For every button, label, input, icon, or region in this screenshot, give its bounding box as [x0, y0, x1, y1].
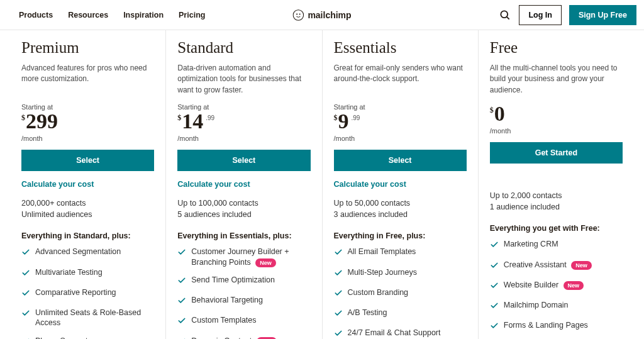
feature-item: Dynamic Content New [177, 336, 310, 339]
check-icon [334, 267, 343, 280]
check-icon [21, 287, 30, 300]
brand-name: mailchimp [308, 10, 351, 20]
plan-cta-button[interactable]: Get Started [490, 142, 623, 164]
primary-nav: Products Resources Inspiration Pricing [19, 11, 205, 19]
price: $0 [490, 103, 623, 125]
plan-title: Free [490, 39, 623, 57]
check-icon [334, 287, 343, 300]
plan-title: Premium [21, 39, 154, 57]
check-icon [334, 247, 343, 259]
check-icon [490, 260, 499, 272]
features-heading: Everything you get with Free: [490, 224, 623, 233]
check-icon [177, 336, 186, 339]
plan-description: Advanced features for pros who need more… [21, 63, 154, 96]
plan-standard: StandardData-driven automation and optim… [166, 30, 322, 339]
plan-free: FreeAll the multi-channel tools you need… [479, 30, 634, 339]
new-badge: New [255, 258, 276, 267]
check-icon [490, 320, 499, 333]
check-icon [177, 275, 186, 287]
plan-title: Standard [177, 39, 310, 57]
feature-item: 24/7 Email & Chat Support [334, 328, 467, 339]
calculate-cost-link[interactable]: Calculate your cost [21, 180, 154, 189]
plan-description: Data-driven automation and optimization … [177, 63, 310, 96]
check-icon [21, 308, 30, 320]
feature-list: Advanced SegmentationMultivariate Testin… [21, 247, 154, 339]
login-button[interactable]: Log In [519, 5, 562, 25]
plan-limits: Up to 2,000 contacts1 audience included [490, 190, 623, 213]
price-amount: 9 [338, 111, 349, 132]
nav-resources[interactable]: Resources [68, 11, 108, 19]
feature-item: Multi-Step Journeys [334, 267, 467, 280]
svg-point-1 [296, 13, 297, 14]
calculate-cost-link[interactable]: Calculate your cost [177, 180, 310, 189]
price-amount: 0 [494, 103, 505, 125]
check-icon [177, 247, 186, 259]
signup-button[interactable]: Sign Up Free [569, 5, 636, 25]
nav-products[interactable]: Products [19, 11, 53, 19]
plan-cta-button[interactable]: Select [177, 150, 310, 171]
plan-premium: PremiumAdvanced features for pros who ne… [10, 30, 166, 339]
price-amount: 299 [26, 111, 58, 132]
starting-at-label: Starting at [334, 103, 467, 111]
currency-symbol: $ [21, 113, 25, 123]
feature-item: All Email Templates [334, 247, 467, 259]
check-icon [490, 239, 499, 252]
check-icon [334, 308, 343, 320]
freddie-icon [292, 9, 304, 21]
currency-symbol: $ [490, 106, 494, 115]
new-badge: New [571, 261, 592, 270]
plan-essentials: EssentialsGreat for email-only senders w… [323, 30, 479, 339]
features-heading: Everything in Standard, plus: [21, 231, 154, 240]
feature-item: Behavioral Targeting [177, 295, 310, 308]
price: $14.99 [177, 111, 310, 132]
plan-cta-button[interactable]: Select [334, 150, 467, 171]
currency-symbol: $ [334, 113, 338, 123]
plan-title: Essentials [334, 39, 467, 57]
plan-cta-button[interactable]: Select [21, 150, 154, 171]
plan-limits: 200,000+ contactsUnlimited audiences [21, 197, 154, 220]
price: $299 [21, 111, 154, 132]
feature-item: Custom Branding [334, 287, 467, 300]
feature-item: Send Time Optimization [177, 275, 310, 287]
check-icon [21, 336, 30, 340]
feature-item: Marketing CRM [490, 239, 623, 252]
feature-item: Unlimited Seats & Role-Based Access [21, 308, 154, 328]
features-heading: Everything in Free, plus: [334, 231, 467, 240]
nav-pricing[interactable]: Pricing [179, 11, 205, 19]
global-header: Products Resources Inspiration Pricing m… [0, 0, 644, 30]
feature-list: Customer Journey Builder + Branching Poi… [177, 247, 310, 339]
calculate-cost-link[interactable]: Calculate your cost [334, 180, 467, 189]
feature-item: Custom Templates [177, 315, 310, 328]
svg-point-0 [293, 9, 304, 20]
plan-limits: Up to 100,000 contacts5 audiences includ… [177, 197, 310, 220]
price-cents: .99 [352, 114, 360, 121]
check-icon [21, 247, 30, 259]
svg-point-3 [501, 11, 508, 18]
feature-item: Comparative Reporting [21, 287, 154, 300]
check-icon [177, 315, 186, 328]
search-icon[interactable] [499, 9, 511, 21]
feature-item: Website Builder New [490, 280, 623, 292]
feature-item: Multivariate Testing [21, 267, 154, 280]
price: $9.99 [334, 111, 467, 132]
feature-item: Advanced Segmentation [21, 247, 154, 259]
price-amount: 14 [182, 111, 203, 132]
per-month-label: /month [334, 135, 467, 142]
check-icon [490, 300, 499, 313]
plan-limits: Up to 50,000 contacts3 audiences include… [334, 197, 467, 220]
feature-item: Phone Support [21, 336, 154, 340]
check-icon [21, 267, 30, 280]
feature-item: A/B Testing [334, 308, 467, 320]
price-cents: .99 [206, 114, 214, 121]
nav-inspiration[interactable]: Inspiration [123, 11, 164, 19]
per-month-label: /month [490, 127, 623, 135]
svg-point-2 [299, 13, 301, 14]
per-month-label: /month [21, 135, 154, 142]
check-icon [334, 328, 343, 339]
feature-item: Creative Assistant New [490, 260, 623, 272]
feature-item: Mailchimp Domain [490, 300, 623, 313]
brand-logo[interactable]: mailchimp [292, 9, 351, 21]
check-icon [177, 295, 186, 308]
feature-list: All Email TemplatesMulti-Step JourneysCu… [334, 247, 467, 339]
feature-item: Customer Journey Builder + Branching Poi… [177, 247, 310, 267]
